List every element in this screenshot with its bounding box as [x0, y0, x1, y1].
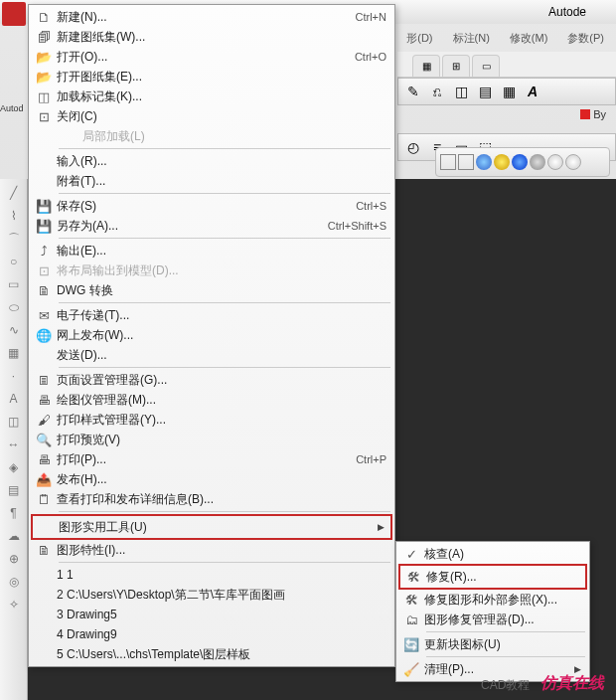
menu-dwg-convert[interactable]: 🗎 DWG 转换 — [31, 280, 392, 300]
menu-new[interactable]: 🗋 新建(N)... Ctrl+N — [31, 7, 392, 27]
draw-arc-icon[interactable]: ⌒ — [4, 229, 24, 249]
menu-input[interactable]: 输入(R)... — [31, 151, 392, 171]
menubar-item-dimension[interactable]: 标注(N) — [453, 31, 490, 46]
menu-drawing-util[interactable]: 图形实用工具(U) — [33, 517, 390, 537]
draw-mtext-icon[interactable]: ¶ — [4, 503, 24, 523]
submenu-audit[interactable]: ✓ 核查(A) — [398, 544, 587, 564]
saveas-icon: 💾 — [31, 219, 57, 234]
menu-attach[interactable]: 附着(T)... — [31, 171, 392, 191]
menu-web-publish[interactable]: 🌐 网上发布(W)... — [31, 325, 392, 345]
draw-block-icon[interactable]: ◫ — [4, 412, 24, 432]
print-preview-icon: 🔍 — [31, 433, 57, 447]
draw-text-icon[interactable]: A — [4, 389, 24, 409]
draw-point-icon[interactable]: · — [4, 366, 24, 386]
menu-new-sheet[interactable]: 🗐 新建图纸集(W)... — [31, 27, 392, 47]
app-logo-icon[interactable] — [2, 2, 26, 26]
export-model-icon: ⊡ — [31, 263, 57, 278]
plotter-mgr-icon: 🖶 — [31, 393, 57, 408]
menu-publish[interactable]: 📤 发布(H)... — [31, 469, 392, 489]
draw-region-icon[interactable]: ◈ — [4, 457, 24, 477]
toolbtn-5[interactable]: ▦ — [498, 81, 520, 102]
menu-recent-4[interactable]: 4 Drawing9 — [31, 624, 392, 644]
draw-rect-icon[interactable]: ▭ — [4, 274, 24, 294]
render-shaded-icon[interactable] — [512, 154, 528, 170]
tab-1[interactable]: ▦ — [412, 55, 440, 77]
menu-print-shortcut: Ctrl+P — [356, 453, 386, 465]
menu-local-load-label: 局部加载(L) — [57, 128, 386, 145]
submenu-recover-mgr[interactable]: 🗂 图形修复管理器(D)... — [398, 610, 587, 629]
render-sketch-icon[interactable] — [547, 154, 563, 170]
close-icon: ⊡ — [31, 109, 57, 124]
menu-send[interactable]: 发送(D)... — [31, 345, 392, 365]
draw-cloud-icon[interactable]: ☁ — [4, 526, 24, 546]
menu-open-sheet[interactable]: 📂 打开图纸集(E)... — [31, 67, 392, 87]
render-hidden-icon[interactable] — [458, 154, 474, 170]
menu-separator — [59, 238, 390, 239]
menubar-item-modify[interactable]: 修改(M) — [510, 31, 548, 46]
draw-dim-icon[interactable]: ↔ — [4, 435, 24, 454]
menu-new-sheet-label: 新建图纸集(W)... — [57, 29, 386, 46]
menubar-item-shape[interactable]: 形(D) — [406, 31, 432, 46]
submenu-recover-ext[interactable]: 🛠 修复图形和外部参照(X)... — [398, 590, 587, 610]
menu-etransmit[interactable]: ✉ 电子传递(T)... — [31, 305, 392, 325]
draw-extra2-icon[interactable]: ◎ — [4, 572, 24, 592]
draw-extra3-icon[interactable]: ✧ — [4, 595, 24, 614]
draw-extra1-icon[interactable]: ⊕ — [4, 549, 24, 569]
menu-close-label: 关闭(C) — [57, 108, 386, 125]
menu-view-plot-detail[interactable]: 🗒 查看打印和发布详细信息(B)... — [31, 489, 392, 509]
render-xray-icon[interactable] — [565, 154, 581, 170]
tab-3[interactable]: ▭ — [472, 55, 500, 77]
toolbtn-4[interactable]: ▤ — [474, 81, 496, 102]
toolbtn-6[interactable]: A — [522, 81, 543, 102]
draw-circle-icon[interactable]: ○ — [4, 252, 24, 271]
menu-dwg-convert-label: DWG 转换 — [57, 282, 386, 299]
draw-line-icon[interactable]: ╱ — [4, 183, 24, 203]
menu-export-model: ⊡ 将布局输出到模型(D)... — [31, 261, 392, 280]
color-swatch-icon — [580, 109, 590, 119]
menu-drawing-prop[interactable]: 🗎 图形特性(I)... — [31, 540, 392, 560]
toolbtn-3[interactable]: ◫ — [450, 81, 472, 102]
render-wire-icon[interactable] — [440, 154, 456, 170]
menubar-item-params[interactable]: 参数(P) — [567, 31, 604, 46]
menu-load-mark[interactable]: ◫ 加载标记集(K)... — [31, 87, 392, 106]
submenu-separator — [426, 631, 585, 632]
menu-recent-2[interactable]: 2 C:\Users\Y\Desktop\第二节\车库平面图画 — [31, 585, 392, 605]
menu-page-setup[interactable]: 🗏 页面设置管理器(G)... — [31, 370, 392, 390]
draw-spline-icon[interactable]: ∿ — [4, 320, 24, 340]
toolbtn-2[interactable]: ⎌ — [426, 81, 448, 102]
menu-close[interactable]: ⊡ 关闭(C) — [31, 106, 392, 126]
bylayer-indicator[interactable]: By — [580, 108, 606, 120]
drawing-util-submenu: ✓ 核查(A) 🛠 修复(R)... 🛠 修复图形和外部参照(X)... 🗂 图… — [395, 541, 590, 682]
submenu-recover-mgr-label: 图形修复管理器(D)... — [424, 612, 581, 628]
menu-print[interactable]: 🖶 打印(P)... Ctrl+P — [31, 449, 392, 469]
render-gray-icon[interactable] — [530, 154, 545, 170]
menu-plotter-mgr[interactable]: 🖶 绘图仪管理器(M)... — [31, 390, 392, 410]
submenu-update-blk[interactable]: 🔄 更新块图标(U) — [398, 634, 587, 654]
open-sheet-icon: 📂 — [31, 70, 57, 85]
app-title: Autode — [548, 5, 586, 19]
menu-saveas[interactable]: 💾 另存为(A)... Ctrl+Shift+S — [31, 216, 392, 236]
menu-open[interactable]: 📂 打开(O)... Ctrl+O — [31, 47, 392, 67]
menu-output[interactable]: ⤴ 输出(E)... — [31, 241, 392, 261]
draw-table-icon[interactable]: ▤ — [4, 480, 24, 500]
render-conceptual-icon[interactable] — [494, 154, 510, 170]
toolbar-row-1: ✎ ⎌ ◫ ▤ ▦ A — [397, 78, 616, 105]
page-setup-icon: 🗏 — [31, 373, 57, 388]
draw-hatch-icon[interactable]: ▦ — [4, 343, 24, 363]
menu-plot-style[interactable]: 🖌 打印样式管理器(Y)... — [31, 410, 392, 430]
plot-style-icon: 🖌 — [31, 413, 57, 428]
menu-print-preview[interactable]: 🔍 打印预览(V) — [31, 430, 392, 449]
menu-recent-4-label: 4 Drawing9 — [57, 627, 386, 641]
menu-recent-3[interactable]: 3 Drawing5 — [31, 605, 392, 624]
draw-polyline-icon[interactable]: ⌇ — [4, 206, 24, 226]
toolbtn-a[interactable]: ◴ — [402, 136, 424, 158]
render-realistic-icon[interactable] — [476, 154, 492, 170]
submenu-recover[interactable]: 🛠 修复(R)... — [400, 567, 585, 587]
submenu-update-blk-label: 更新块图标(U) — [424, 636, 581, 653]
tab-2[interactable]: ⊞ — [442, 55, 470, 77]
menu-recent-5[interactable]: 5 C:\Users\...\chs\Template\图层样板 — [31, 644, 392, 664]
menu-recent-1[interactable]: 1 1 — [31, 565, 392, 585]
toolbtn-1[interactable]: ✎ — [402, 81, 424, 102]
menu-save[interactable]: 💾 保存(S) Ctrl+S — [31, 196, 392, 216]
draw-ellipse-icon[interactable]: ⬭ — [4, 297, 24, 317]
